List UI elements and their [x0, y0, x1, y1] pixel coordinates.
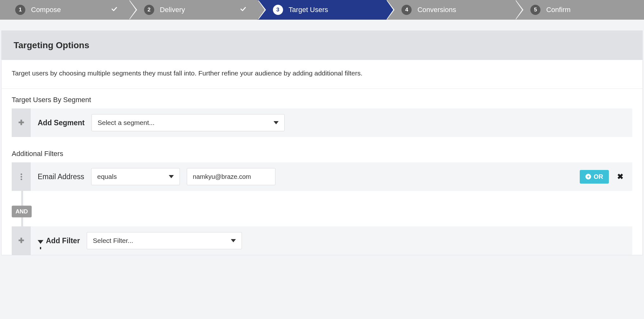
- panel-title: Targeting Options: [14, 40, 630, 50]
- filter-value-input[interactable]: [187, 168, 275, 185]
- filter-row: Email Address equals + OR ✖: [12, 162, 632, 191]
- add-filter-row: ✚ Add Filter Select Filter...: [12, 226, 632, 255]
- plus-icon: ✚: [18, 119, 24, 126]
- caret-down-icon: [231, 239, 236, 242]
- step-label: Confirm: [546, 6, 571, 14]
- step-compose[interactable]: 1 Compose: [0, 0, 129, 20]
- plus-circle-icon: +: [585, 174, 591, 179]
- and-badge: AND: [12, 206, 32, 218]
- step-label: Target Users: [289, 6, 328, 14]
- section-title-filters: Additional Filters: [2, 143, 642, 162]
- add-filter-select[interactable]: Select Filter...: [87, 232, 242, 249]
- add-segment-label: Add Segment: [38, 119, 85, 127]
- close-icon: ✖: [617, 172, 623, 181]
- drag-dot-icon: [21, 173, 22, 175]
- filter-operator-value: equals: [97, 173, 117, 180]
- funnel-icon: [38, 240, 43, 244]
- and-connector: AND: [12, 197, 632, 226]
- check-icon: [111, 6, 117, 14]
- step-delivery[interactable]: 2 Delivery: [129, 0, 258, 20]
- segment-select[interactable]: Select a segment...: [92, 114, 285, 131]
- drag-dot-icon: [21, 176, 22, 178]
- or-button-label: OR: [594, 173, 603, 180]
- step-confirm[interactable]: 5 Confirm: [515, 0, 644, 20]
- step-number-badge: 2: [144, 5, 154, 15]
- step-number-badge: 5: [530, 5, 540, 15]
- plus-icon: ✚: [18, 237, 24, 244]
- section-title-segments: Target Users By Segment: [2, 89, 642, 108]
- targeting-panel: Targeting Options Target users by choosi…: [1, 30, 643, 255]
- add-segment-row: ✚ Add Segment Select a segment...: [12, 108, 632, 137]
- panel-description: Target users by choosing multiple segmen…: [2, 60, 642, 89]
- step-label: Delivery: [160, 6, 185, 14]
- check-icon: [240, 6, 246, 14]
- segment-select-placeholder: Select a segment...: [98, 119, 155, 127]
- step-label: Compose: [31, 6, 61, 14]
- drag-dot-icon: [21, 179, 22, 180]
- wizard-stepper: 1 Compose 2 Delivery 3 Target Users 4 Co…: [0, 0, 644, 20]
- step-number-badge: 1: [15, 5, 25, 15]
- add-filter-label-text: Add Filter: [46, 237, 80, 245]
- step-target-users[interactable]: 3 Target Users: [258, 0, 387, 20]
- step-conversions[interactable]: 4 Conversions: [386, 0, 515, 20]
- caret-down-icon: [169, 175, 174, 178]
- step-label: Conversions: [417, 6, 456, 14]
- add-filter-placeholder: Select Filter...: [93, 237, 133, 244]
- step-number-badge: 3: [273, 5, 283, 15]
- add-filter-label: Add Filter: [38, 237, 80, 245]
- filter-attribute-label: Email Address: [38, 173, 84, 181]
- filter-drag-handle[interactable]: [12, 162, 31, 191]
- filter-operator-select[interactable]: equals: [91, 168, 180, 185]
- panel-header: Targeting Options: [2, 31, 642, 60]
- add-segment-handle[interactable]: ✚: [12, 108, 31, 137]
- remove-filter-button[interactable]: ✖: [617, 172, 623, 181]
- caret-down-icon: [274, 121, 279, 124]
- step-number-badge: 4: [401, 5, 412, 15]
- add-or-button[interactable]: + OR: [580, 170, 609, 184]
